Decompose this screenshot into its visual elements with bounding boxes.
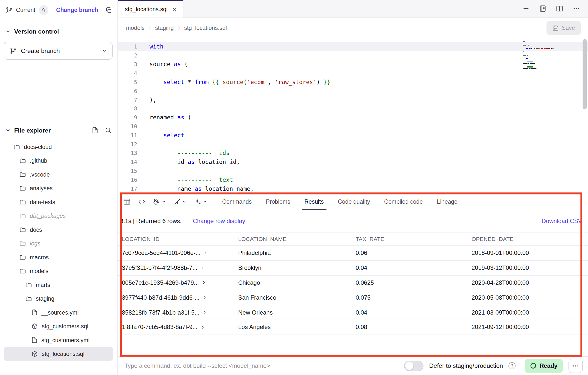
cell-location-name: Chicago: [238, 279, 356, 286]
line-content: renamed as (: [150, 114, 191, 121]
results-table: LOCATION_IDLOCATION_NAMETAX_RATEOPENED_D…: [118, 232, 588, 335]
result-row: 3977f440-b87d-461b-9dd6-...San Francisco…: [118, 290, 588, 305]
defer-toggle[interactable]: [404, 361, 423, 371]
editor-scrollbar[interactable]: [583, 39, 587, 109]
close-tab-icon[interactable]: [172, 7, 177, 12]
line-content: ),: [150, 96, 157, 103]
file-tree-item-sources-yml[interactable]: __sources.yml: [4, 306, 113, 320]
branch-bar: Current Change branch: [0, 0, 118, 20]
format-menu[interactable]: [173, 198, 187, 205]
line-content: ---------- ids: [150, 150, 230, 156]
file-tree-item-stg-customers-yml[interactable]: stg_customers.yml: [4, 333, 113, 347]
notebook-icon[interactable]: [539, 5, 547, 12]
command-bar-more-button[interactable]: [569, 359, 583, 373]
chevron-down-icon: [203, 199, 208, 204]
version-control-header[interactable]: Version control: [0, 23, 118, 40]
file-tree-item-data-tests[interactable]: data-tests: [4, 195, 113, 209]
file-tree-item-logs[interactable]: logs: [4, 236, 113, 250]
save-icon: [552, 25, 559, 31]
file-tree-item-models[interactable]: models: [4, 264, 113, 278]
more-options-icon: [572, 362, 580, 370]
more-options-icon[interactable]: [573, 5, 580, 12]
file-tree-item-dbt-packages[interactable]: dbt_packages: [4, 209, 113, 223]
file-tree-item-github[interactable]: .github: [4, 154, 113, 168]
code-line: 4: [118, 69, 588, 78]
preview-table-icon[interactable]: [123, 198, 131, 206]
expand-row-chevron-icon[interactable]: [202, 310, 207, 315]
file-tree-item-stg-locations-sql[interactable]: stg_locations.sql: [4, 347, 113, 361]
change-branch-link[interactable]: Change branch: [56, 7, 98, 13]
expand-row-chevron-icon[interactable]: [200, 266, 205, 271]
model-icon: [31, 350, 38, 357]
code-line: 16 ---------- text: [118, 175, 588, 184]
folder-icon: [19, 185, 26, 191]
editor-tab[interactable]: stg_locations.sql: [118, 0, 183, 18]
line-number: 11: [118, 132, 137, 138]
file-name: models: [30, 268, 48, 274]
panel-tab-commands[interactable]: Commands: [222, 193, 252, 210]
breadcrumb: modelsstagingstg_locations.sql: [126, 25, 227, 31]
search-icon[interactable]: [105, 127, 112, 134]
file-tree-item-docs-cloud[interactable]: docs-cloud: [4, 140, 113, 154]
cell-location-id: 37e5f311-b7f4-4f2f-988b-7...: [122, 265, 238, 271]
minimap[interactable]: [523, 42, 555, 70]
git-branch-icon: [10, 47, 17, 54]
file-tree-item-staging[interactable]: staging: [4, 292, 113, 306]
line-number: 9: [118, 115, 137, 121]
folder-icon: [19, 171, 26, 178]
code-line: 17 name as location_name,: [118, 184, 588, 193]
file-tree-item-macros[interactable]: macros: [4, 250, 113, 264]
create-branch-dropdown[interactable]: [96, 42, 112, 59]
copy-icon[interactable]: [105, 6, 112, 14]
sparkles-icon: [194, 198, 201, 205]
create-branch-label: Create branch: [21, 47, 60, 54]
file-tree-item-marts[interactable]: marts: [4, 278, 113, 292]
line-content: ---------- text: [150, 176, 233, 183]
ready-status-badge[interactable]: Ready: [525, 359, 563, 373]
build-menu[interactable]: [153, 198, 166, 205]
panel-tab-results[interactable]: Results: [304, 193, 324, 210]
code-line: 1with: [118, 42, 588, 51]
cell-tax-rate: 0.06: [356, 250, 472, 256]
file-tree-item-analyses[interactable]: analyses: [4, 181, 113, 195]
split-view-icon[interactable]: [556, 5, 563, 12]
expand-row-chevron-icon[interactable]: [202, 295, 207, 300]
folder-icon: [19, 254, 26, 261]
file-tree-item-vscode[interactable]: .vscode: [4, 168, 113, 182]
file-explorer-header[interactable]: File explorer: [0, 122, 118, 139]
code-lines: 1with23source as (45 select * from {{ so…: [118, 42, 588, 193]
panel-tab-code-quality[interactable]: Code quality: [338, 193, 370, 210]
panel-tab-compiled-code[interactable]: Compiled code: [384, 193, 423, 210]
column-header-location-id: LOCATION_ID: [122, 236, 238, 242]
panel-tab-lineage[interactable]: Lineage: [437, 193, 458, 210]
folder-icon: [19, 226, 26, 233]
panel-tab-problems[interactable]: Problems: [266, 193, 290, 210]
change-row-display-link[interactable]: Change row display: [193, 218, 245, 225]
file-tree-item-docs[interactable]: docs: [4, 223, 113, 237]
cell-opened-date: 2018-09-01T00:00:00: [472, 250, 588, 256]
cell-tax-rate: 0.0625: [356, 279, 472, 286]
save-button[interactable]: Save: [546, 21, 581, 35]
code-icon[interactable]: [138, 198, 146, 206]
code-editor[interactable]: 1with23source as (45 select * from {{ so…: [118, 39, 588, 193]
code-line: 14 id as location_id,: [118, 158, 588, 167]
expand-row-chevron-icon[interactable]: [203, 251, 208, 256]
column-header-opened-date: OPENED_DATE: [472, 236, 588, 242]
new-tab-plus-icon[interactable]: [522, 5, 530, 12]
command-input[interactable]: [125, 363, 399, 369]
download-csv-link[interactable]: Download CSV: [542, 218, 582, 225]
file-name: marts: [36, 281, 50, 288]
help-icon[interactable]: ?: [509, 362, 516, 370]
new-file-icon[interactable]: [92, 127, 98, 134]
results-table-header: LOCATION_IDLOCATION_NAMETAX_RATEOPENED_D…: [118, 233, 588, 246]
file-name: .github: [30, 157, 47, 164]
broom-icon: [173, 198, 181, 205]
create-branch-button[interactable]: Create branch: [4, 42, 113, 60]
line-number: 5: [118, 79, 137, 85]
expand-row-chevron-icon[interactable]: [202, 280, 207, 285]
cell-opened-date: 2020-04-28T00:00:00: [472, 279, 588, 286]
create-branch-main[interactable]: Create branch: [4, 42, 96, 59]
file-tree-item-stg-customers-sql[interactable]: stg_customers.sql: [4, 319, 113, 333]
expand-row-chevron-icon[interactable]: [200, 325, 205, 330]
copilot-menu[interactable]: [194, 198, 207, 205]
